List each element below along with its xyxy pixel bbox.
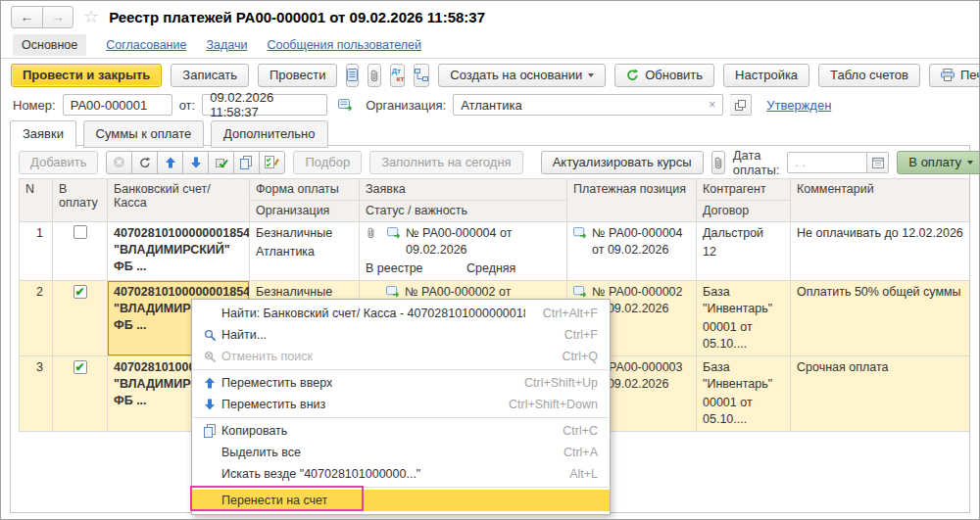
update-rates-button[interactable]: Актуализировать курсы — [541, 151, 704, 174]
choose-button[interactable] — [730, 94, 752, 116]
menu-item-search-everywhere[interactable]: Искать везде "407028101000000..." Alt+L — [192, 463, 610, 485]
menu-item-copy[interactable]: Копировать Ctrl+C — [192, 420, 610, 442]
arrow-down-icon — [190, 157, 202, 168]
page-title: Реестр платежей РА00-000001 от 09.02.202… — [109, 9, 485, 25]
edit-flags-button[interactable] — [259, 151, 285, 174]
cube-check-icon — [215, 156, 228, 168]
delete-row-button[interactable] — [106, 151, 132, 174]
menu-item-find-current[interactable]: Найти: Банковский счет/ Касса - 40702810… — [192, 303, 610, 324]
paperclip-icon — [366, 226, 376, 239]
posted-doc-icon — [386, 286, 400, 298]
header-fields: Номер: РА00-000001 от: 09.02.2026 11:58:… — [1, 91, 979, 118]
col-n[interactable]: N — [20, 179, 53, 222]
add-row-button[interactable]: Добавить — [19, 151, 98, 174]
favorite-star-icon[interactable]: ☆ — [83, 8, 99, 25]
organization-input[interactable]: Атлантика × — [453, 94, 723, 116]
back-button[interactable]: ← — [12, 7, 42, 27]
nav-link-messages[interactable]: Сообщения пользователей — [267, 38, 421, 52]
nav-item-main[interactable]: Основное — [13, 34, 86, 56]
command-bar: Провести и закрыть Записать Провести Дтк… — [1, 59, 979, 91]
set-flags-button[interactable] — [208, 151, 234, 174]
menu-item-cancel-search[interactable]: Отменить поиск Ctrl+Q — [192, 346, 610, 367]
dt-kt-button[interactable]: Дткт — [390, 64, 405, 87]
col-counterparty[interactable]: Контрагент — [697, 179, 791, 201]
nav-link-tasks[interactable]: Задачи — [206, 38, 247, 52]
register-records-icon — [347, 69, 358, 81]
save-button[interactable]: Записать — [171, 64, 249, 87]
menu-item-find[interactable]: Найти... Ctrl+F — [192, 324, 610, 346]
pay-date-input[interactable]: . . — [787, 152, 867, 173]
posted-doc-icon — [573, 227, 587, 239]
document-date-input[interactable]: 09.02.2026 11:58:37 — [202, 94, 327, 116]
register-records-button[interactable] — [346, 64, 359, 87]
table-header: N В оплату Банковский счет/ Касса Форма … — [20, 179, 970, 222]
refresh-rows-button[interactable] — [131, 151, 158, 174]
col-bank[interactable]: Банковский счет/ Касса — [108, 179, 250, 222]
search-icon — [198, 329, 221, 342]
menu-separator — [193, 417, 609, 418]
refresh-button[interactable]: Обновить — [614, 64, 714, 87]
app-window: ← → ☆ Реестр платежей РА00-000001 от 09.… — [0, 0, 980, 520]
table-row[interactable]: 1 40702810100000001854,"ВЛАДИМИРСКИЙ" ФБ… — [20, 222, 970, 281]
accounts-board-button[interactable]: Табло счетов — [818, 64, 920, 87]
number-input[interactable]: РА00-000001 — [63, 94, 172, 116]
pay-checkbox[interactable] — [74, 225, 87, 239]
create-based-on-button[interactable]: Создать на основании — [438, 64, 606, 87]
forward-button[interactable]: → — [42, 7, 73, 27]
copy-row-button[interactable] — [233, 151, 260, 174]
move-row-up-button[interactable] — [157, 151, 183, 174]
col-comment[interactable]: Комментарий — [791, 179, 970, 222]
print-button[interactable]: Печать — [929, 64, 980, 87]
approved-status-link[interactable]: Утвержден — [766, 98, 831, 113]
post-button[interactable]: Провести — [258, 64, 338, 87]
chevron-down-icon — [967, 161, 973, 165]
settings-button[interactable]: Настройка — [723, 64, 809, 87]
arrow-up-icon — [165, 157, 176, 168]
tab-requests[interactable]: Заявки — [10, 120, 76, 148]
col-request[interactable]: Заявка — [360, 179, 567, 201]
copy-icon — [198, 424, 221, 438]
posted-doc-icon — [573, 286, 587, 298]
fill-today-button[interactable]: Заполнить на сегодня — [369, 151, 522, 174]
pick-button[interactable]: Подбор — [293, 151, 362, 174]
tab-additional[interactable]: Дополнительно — [211, 120, 328, 148]
list-toolbar: Добавить — [11, 146, 969, 178]
menu-item-move-down[interactable]: Переместить вниз Ctrl+Shift+Down — [192, 394, 610, 415]
calendar-icon — [872, 157, 884, 168]
attachments-button[interactable] — [368, 64, 381, 87]
menu-item-move-to-account[interactable]: Перенести на счет — [192, 490, 610, 511]
organization-label: Организация: — [366, 98, 446, 113]
circle-x-icon — [113, 156, 125, 168]
calendar-button[interactable] — [867, 152, 889, 173]
post-and-close-button[interactable]: Провести и закрыть — [11, 64, 162, 87]
col-pay-form[interactable]: Форма оплаты — [250, 179, 360, 201]
structure-icon — [415, 69, 428, 81]
menu-item-move-up[interactable]: Переместить вверх Ctrl+Shift+Up — [192, 372, 610, 394]
page-tabs: Заявки Суммы к оплате Дополнительно — [10, 119, 970, 146]
row-attachments-button[interactable] — [711, 151, 725, 174]
choose-icon — [735, 100, 746, 111]
col-contract[interactable]: Договор — [697, 201, 791, 222]
col-status[interactable]: Статус / важность — [360, 201, 567, 222]
clear-icon[interactable]: × — [709, 98, 715, 112]
col-pay[interactable]: В оплату — [53, 179, 108, 222]
from-label: от: — [179, 98, 196, 113]
col-position[interactable]: Платежная позиция — [567, 179, 697, 222]
pay-checkbox[interactable]: ✔ — [74, 285, 87, 299]
tab-amounts[interactable]: Суммы к оплате — [83, 120, 205, 148]
arrow-up-icon — [198, 377, 221, 389]
pay-date-label: Дата оплаты: — [733, 148, 780, 177]
document-structure-button[interactable] — [414, 64, 429, 87]
menu-separator — [193, 369, 609, 370]
to-payment-button[interactable]: В оплату — [897, 151, 980, 174]
refresh-icon — [139, 157, 151, 168]
row-actions-group — [106, 151, 285, 174]
col-organization[interactable]: Организация — [250, 201, 360, 222]
menu-separator — [193, 487, 609, 488]
menu-item-select-all[interactable]: Выделить все Ctrl+A — [192, 442, 610, 463]
search-cancel-icon — [198, 351, 221, 363]
pay-checkbox[interactable]: ✔ — [74, 360, 87, 374]
move-row-down-button[interactable] — [182, 151, 209, 174]
nav-link-approval[interactable]: Согласование — [106, 38, 186, 52]
dt-kt-icon: Дткт — [391, 68, 404, 83]
